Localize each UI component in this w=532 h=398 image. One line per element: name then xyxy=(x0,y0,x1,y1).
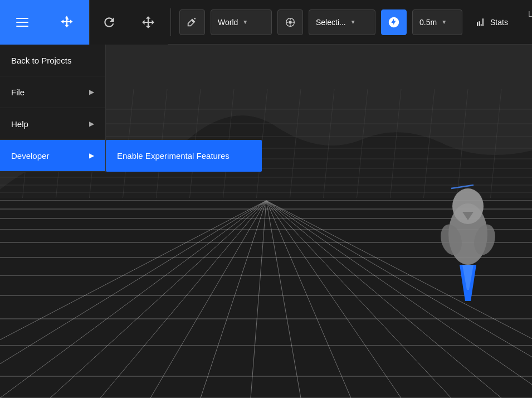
developer-chevron-icon: ▶ xyxy=(89,152,94,159)
target-icon xyxy=(284,16,296,28)
refresh-icon xyxy=(102,15,116,30)
submenu-item-enable-experimental[interactable]: Enable Experimental Features xyxy=(106,140,262,172)
stats-button[interactable]: Stats xyxy=(466,9,517,35)
toolbar: World ▼ Selecti... ▼ xyxy=(0,0,532,45)
stats-label: Stats xyxy=(490,18,508,27)
menu-item-back-to-projects[interactable]: Back to Projects xyxy=(0,45,105,76)
resize-button[interactable] xyxy=(129,0,168,45)
move-icon xyxy=(59,14,75,30)
enable-experimental-label: Enable Experimental Features xyxy=(117,151,230,161)
axis-button[interactable] xyxy=(179,9,205,35)
hamburger-icon xyxy=(16,18,28,27)
world-dropdown[interactable]: World ▼ xyxy=(211,9,272,35)
lit-label: Lit xyxy=(528,9,532,18)
svg-point-1 xyxy=(289,21,292,24)
snap-button[interactable] xyxy=(381,9,407,35)
selection-dropdown[interactable]: Selecti... ▼ xyxy=(309,9,375,35)
selection-chevron-icon: ▼ xyxy=(350,19,356,25)
stats-icon xyxy=(475,17,486,28)
help-label: Help xyxy=(11,119,28,129)
target-button[interactable] xyxy=(277,9,303,35)
dropdown-menu: Back to Projects File ▶ Help ▶ Developer… xyxy=(0,45,106,172)
menu-item-file[interactable]: File ▶ xyxy=(0,76,105,108)
developer-submenu: Enable Experimental Features xyxy=(106,140,262,172)
file-label: File xyxy=(11,88,25,97)
move-button[interactable] xyxy=(45,0,89,45)
back-to-projects-label: Back to Projects xyxy=(11,56,71,65)
toolbar-left: World ▼ Selecti... ▼ xyxy=(0,0,466,44)
axis-icon xyxy=(186,16,198,28)
selection-label: Selecti... xyxy=(316,18,346,27)
resize-icon xyxy=(141,15,155,30)
world-label: World xyxy=(218,18,238,27)
developer-label: Developer xyxy=(11,151,49,161)
snap-value-dropdown[interactable]: 0.5m ▼ xyxy=(412,9,462,35)
snap-chevron-icon: ▼ xyxy=(441,19,447,25)
magnet-icon xyxy=(388,16,400,28)
toolbar-separator-1 xyxy=(170,8,171,36)
menu-item-help[interactable]: Help ▶ xyxy=(0,108,105,140)
lit-button[interactable]: Lit xyxy=(519,9,532,35)
file-chevron-icon: ▶ xyxy=(89,88,94,96)
refresh-button[interactable] xyxy=(90,0,129,45)
world-chevron-icon: ▼ xyxy=(242,19,248,25)
help-chevron-icon: ▶ xyxy=(89,120,94,128)
snap-value-label: 0.5m xyxy=(419,18,437,27)
menu-item-developer[interactable]: Developer ▶ xyxy=(0,140,105,172)
toolbar-right: Stats Lit xyxy=(466,9,532,35)
menu-button[interactable] xyxy=(0,0,45,45)
